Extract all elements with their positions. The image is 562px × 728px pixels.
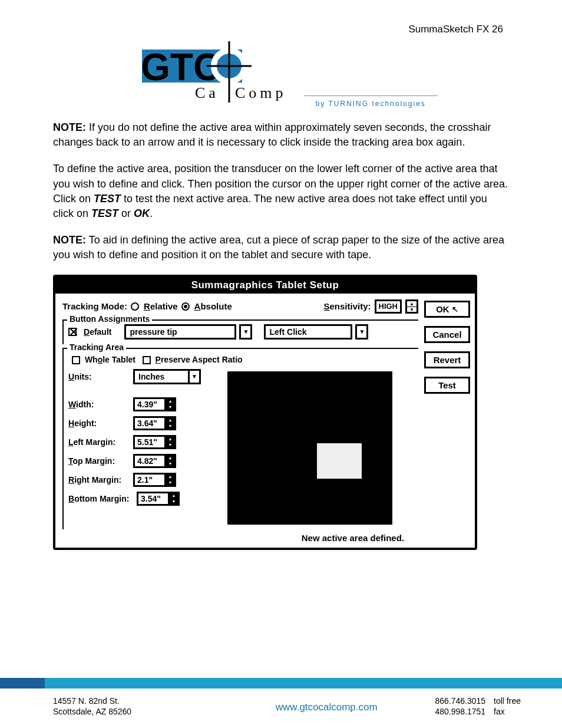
brand-logo: GTC Ca Comp by TURNING technologies (53, 41, 509, 108)
left-margin-input[interactable]: 5.51" (133, 435, 166, 449)
button-combo-1[interactable]: pressure tip (124, 324, 236, 340)
right-margin-label: Right Margin: (68, 475, 133, 485)
brand-text-1: Ca (195, 84, 219, 101)
sensitivity-field[interactable]: HIGH (375, 299, 402, 314)
default-label: Default (84, 327, 111, 337)
units-combo[interactable]: Inches (133, 369, 190, 384)
whole-tablet-checkbox[interactable] (72, 356, 80, 364)
note-label: NOTE: (53, 121, 86, 133)
dropdown-icon[interactable]: ▼ (239, 324, 252, 340)
cursor-icon: ↖ (452, 305, 458, 313)
height-input[interactable]: 3.64" (133, 416, 166, 430)
relative-radio[interactable] (131, 302, 139, 311)
top-margin-label: Top Margin: (68, 456, 133, 466)
top-margin-input[interactable]: 4.82" (133, 454, 166, 468)
instruction-paragraph: To define the active area, position the … (53, 162, 509, 221)
right-margin-spinner[interactable]: ▲▼ (164, 473, 176, 487)
svg-text:GTC: GTC (141, 46, 220, 88)
left-margin-spinner[interactable]: ▲▼ (164, 435, 176, 449)
tracking-area-group: Tracking Area Whole Tablet Preserve Aspe… (62, 348, 418, 529)
button-assignments-group: Button Assignments Default pressure tip … (62, 319, 418, 344)
bottom-margin-spinner[interactable]: ▲▼ (168, 492, 180, 506)
note-paragraph-2: NOTE: To aid in defining the active area… (53, 233, 509, 262)
page-header: SummaSketch FX 26 (53, 24, 509, 35)
cancel-button[interactable]: Cancel (424, 326, 470, 343)
sensitivity-spinner[interactable]: ▲▼ (405, 299, 418, 314)
right-margin-input[interactable]: 2.1" (133, 473, 166, 487)
height-spinner[interactable]: ▲▼ (164, 416, 176, 430)
whole-tablet-label: Whole Tablet (85, 355, 135, 364)
footer-address: 14557 N. 82nd St. Scottsdale, AZ 85260 (53, 696, 218, 717)
left-margin-label: Left Margin: (68, 437, 133, 447)
bottom-margin-label: Bottom Margin: (68, 494, 137, 503)
footer-url[interactable]: www.gtcocalcomp.com (218, 696, 435, 713)
dropdown-icon[interactable]: ▼ (188, 369, 201, 384)
test-button[interactable]: Test (424, 377, 470, 394)
brand-subtitle: by TURNING technologies (304, 95, 438, 108)
status-message: New active area defined. (62, 533, 418, 543)
tracking-area-preview[interactable] (227, 371, 392, 525)
absolute-radio[interactable] (181, 302, 190, 311)
sensitivity-label: Sensitivity: (323, 301, 371, 311)
tablet-setup-dialog: Summagraphics Tablet Setup Tracking Mode… (53, 275, 477, 550)
top-margin-spinner[interactable]: ▲▼ (164, 454, 176, 468)
tracking-mode-label: Tracking Mode: (62, 301, 127, 311)
active-area-rect (316, 442, 363, 480)
preserve-aspect-label: Preserve Aspect Ratio (156, 355, 243, 364)
units-label: Units: (68, 372, 133, 381)
ok-button[interactable]: OK ↖ (424, 301, 470, 318)
width-label: Width: (68, 400, 133, 409)
dropdown-icon[interactable]: ▼ (355, 324, 368, 340)
brand-text-2: Comp (235, 84, 287, 101)
note-paragraph-1: NOTE: If you do not define the active ar… (53, 120, 509, 150)
button-combo-2[interactable]: Left Click (264, 324, 352, 340)
default-checkbox[interactable] (68, 328, 77, 336)
footer-phones: 866.746.3015 480.998.1751 toll free fax (435, 696, 521, 717)
dialog-title: Summagraphics Tablet Setup (55, 277, 475, 294)
gtco-logo-icon: GTC Ca Comp (124, 41, 301, 106)
bottom-margin-input[interactable]: 3.54" (137, 492, 170, 506)
height-label: Height: (68, 419, 133, 428)
revert-button[interactable]: Revert (424, 351, 470, 368)
absolute-label: Absolute (194, 301, 232, 311)
page-footer: 14557 N. 82nd St. Scottsdale, AZ 85260 w… (0, 689, 562, 728)
width-spinner[interactable]: ▲▼ (164, 397, 176, 411)
width-input[interactable]: 4.39" (133, 397, 166, 411)
note-label: NOTE: (53, 234, 86, 246)
relative-label: RRelativeelative (144, 301, 178, 311)
footer-divider (0, 678, 562, 689)
preserve-aspect-checkbox[interactable] (143, 356, 151, 364)
